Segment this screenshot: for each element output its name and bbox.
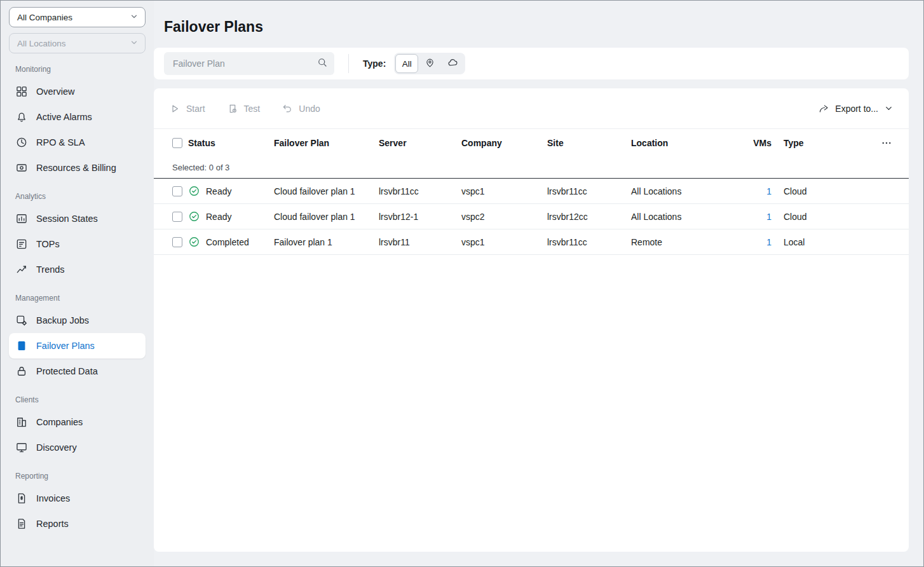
sidebar-item-discovery[interactable]: Discovery (9, 435, 146, 460)
sidebar-item-label: TOPs (36, 239, 60, 249)
sidebar-item-protected-data[interactable]: Protected Data (9, 359, 146, 384)
sidebar-item-resources-billing[interactable]: Resources & Billing (9, 155, 146, 181)
column-header-site[interactable]: Site (547, 138, 631, 148)
row-checkbox[interactable] (172, 237, 182, 247)
status-cell: Ready (188, 185, 274, 197)
site-cell: lrsvbr12cc (547, 212, 631, 222)
column-header-location[interactable]: Location (631, 138, 739, 148)
row-checkbox[interactable] (172, 186, 182, 196)
status-cell: Ready (188, 210, 274, 222)
sidebar-item-label: Backup Jobs (36, 315, 89, 325)
server-cell: lrsvbr12-1 (379, 212, 461, 222)
type-segmented-control: All (394, 53, 465, 74)
vms-count-link[interactable]: 1 (766, 186, 771, 196)
section-label-clients: Clients (15, 395, 146, 404)
column-header-type[interactable]: Type (771, 138, 868, 148)
column-header-server[interactable]: Server (379, 138, 461, 148)
search-input[interactable] (172, 58, 316, 69)
sidebar-item-reports[interactable]: Reports (9, 511, 146, 536)
undo-button[interactable]: Undo (282, 103, 320, 114)
sidebar-item-session-states[interactable]: Session States (9, 206, 146, 231)
type-option-local[interactable] (418, 54, 441, 73)
column-header-company[interactable]: Company (461, 138, 547, 148)
type-option-all[interactable]: All (395, 54, 418, 73)
sidebar-item-failover-plans[interactable]: Failover Plans (9, 333, 146, 359)
filter-bar: Type: All (154, 48, 909, 79)
status-ok-icon (188, 185, 200, 197)
main-content: Failover Plans Type: All (154, 1, 923, 566)
sidebar-item-label: Protected Data (36, 366, 98, 376)
sidebar-item-label: Session States (36, 214, 98, 224)
plan-cell: Failover plan 1 (274, 237, 379, 247)
server-cell: lrsvbr11 (379, 237, 461, 247)
status-ok-icon (188, 236, 200, 248)
server-cell: lrsvbr11cc (379, 186, 461, 196)
test-document-gear-icon (227, 103, 238, 114)
page-title: Failover Plans (164, 18, 909, 36)
sidebar-item-label: Reports (36, 519, 69, 529)
undo-button-label: Undo (299, 104, 320, 114)
type-filter-label: Type: (363, 58, 386, 69)
overview-dashboard-icon (15, 85, 28, 98)
section-label-reporting: Reporting (15, 472, 146, 481)
discovery-monitor-icon (15, 441, 28, 454)
status-cell: Completed (188, 236, 274, 248)
sidebar-item-label: Trends (36, 264, 65, 275)
sidebar-item-invoices[interactable]: Invoices (9, 486, 146, 511)
status-text: Ready (206, 186, 231, 196)
table-row[interactable]: Completed Failover plan 1 lrsvbr11 vspc1… (154, 229, 909, 255)
export-button[interactable]: Export to... (818, 103, 893, 114)
trend-line-icon (15, 263, 28, 276)
status-text: Completed (206, 237, 249, 247)
location-filter-dropdown[interactable]: All Locations (9, 33, 146, 53)
test-button-label: Test (244, 104, 261, 114)
sidebar-item-backup-jobs[interactable]: Backup Jobs (9, 308, 146, 333)
session-chart-icon (15, 212, 28, 225)
app-window: All Companies All Locations Monitoring O… (0, 0, 924, 567)
row-checkbox[interactable] (172, 212, 182, 222)
type-cell: Local (771, 237, 868, 247)
play-icon (169, 103, 180, 114)
select-all-checkbox[interactable] (172, 138, 182, 148)
vms-count-link[interactable]: 1 (766, 212, 771, 222)
sidebar-item-trends[interactable]: Trends (9, 257, 146, 282)
ellipsis-icon (881, 137, 892, 149)
column-header-vms[interactable]: VMs (739, 138, 771, 148)
sidebar-item-label: Active Alarms (36, 112, 92, 122)
start-button[interactable]: Start (169, 103, 205, 114)
sidebar-item-active-alarms[interactable]: Active Alarms (9, 104, 146, 130)
plan-cell: Cloud failover plan 1 (274, 212, 379, 222)
test-button[interactable]: Test (227, 103, 261, 114)
divider (348, 54, 349, 73)
sidebar-item-companies[interactable]: Companies (9, 409, 146, 435)
failover-plans-panel: Start Test Undo Export to... (154, 88, 909, 552)
status-ok-icon (188, 210, 200, 222)
column-header-plan[interactable]: Failover Plan (274, 138, 379, 148)
section-label-management: Management (15, 294, 146, 303)
type-cell: Cloud (771, 212, 868, 222)
table-row[interactable]: Ready Cloud failover plan 1 lrsvbr11cc v… (154, 179, 909, 204)
location-cell: All Locations (631, 212, 739, 222)
vms-count-link[interactable]: 1 (766, 237, 771, 247)
column-settings-button[interactable] (880, 136, 893, 150)
type-option-cloud[interactable] (441, 54, 464, 73)
company-cell: vspc2 (461, 212, 547, 222)
backup-jobs-gear-icon (15, 314, 28, 327)
sidebar-item-rpo-sla[interactable]: RPO & SLA (9, 130, 146, 155)
table-row[interactable]: Ready Cloud failover plan 1 lrsvbr12-1 v… (154, 204, 909, 229)
tops-list-icon (15, 238, 28, 250)
sidebar-item-tops[interactable]: TOPs (9, 231, 146, 257)
report-document-icon (15, 517, 28, 530)
undo-arrow-icon (282, 103, 293, 114)
selection-summary-text: Selected: 0 of 3 (172, 163, 229, 172)
failover-plans-book-icon (15, 339, 28, 352)
clock-gauge-icon (15, 136, 28, 149)
sidebar-item-label: Invoices (36, 493, 70, 503)
company-filter-dropdown[interactable]: All Companies (9, 7, 146, 27)
location-cell: Remote (631, 237, 739, 247)
sidebar-item-label: Overview (36, 86, 74, 97)
column-header-status[interactable]: Status (188, 138, 274, 148)
chevron-down-icon (130, 12, 139, 23)
sidebar-item-label: Discovery (36, 442, 77, 453)
sidebar-item-overview[interactable]: Overview (9, 79, 146, 104)
